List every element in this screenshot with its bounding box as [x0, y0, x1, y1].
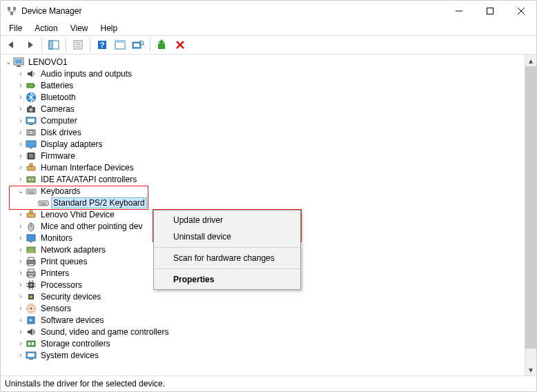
tree-category-row[interactable]: › Audio inputs and outputs — [3, 68, 525, 79]
close-button[interactable] — [505, 1, 536, 21]
expand-icon[interactable]: › — [16, 234, 26, 242]
svg-rect-1 — [13, 7, 16, 10]
toolbar: ? — [1, 35, 536, 55]
expand-icon[interactable]: › — [16, 304, 26, 312]
expand-icon[interactable]: › — [16, 140, 26, 148]
properties-button[interactable] — [70, 37, 86, 53]
tree-category-row[interactable]: › Human Interface Devices — [3, 161, 525, 173]
svg-rect-103 — [29, 359, 33, 360]
expand-icon[interactable]: › — [16, 340, 26, 347]
menu-help[interactable]: Help — [95, 22, 124, 35]
vertical-scrollbar[interactable]: ▴ ▾ — [525, 55, 536, 375]
svg-rect-71 — [30, 242, 32, 242]
tree-category-row[interactable]: › Sensors — [3, 302, 525, 314]
ctx-scan-hardware[interactable]: Scan for hardware changes — [154, 250, 300, 266]
expand-icon[interactable]: › — [16, 351, 26, 359]
tree-category-label: System devices — [39, 351, 100, 360]
tree-category-row[interactable]: ⌄ Keyboards — [3, 185, 525, 197]
tree-category-row[interactable]: › System devices — [3, 349, 525, 361]
menu-file[interactable]: File — [3, 22, 28, 35]
expand-icon[interactable]: › — [16, 281, 26, 288]
svg-point-53 — [32, 179, 33, 180]
ctx-uninstall-device[interactable]: Uninstall device — [154, 228, 300, 245]
firmware-icon — [26, 150, 37, 161]
svg-rect-59 — [28, 192, 34, 193]
svg-rect-50 — [30, 164, 32, 166]
show-hide-console-tree-button[interactable] — [46, 37, 62, 53]
tree-category-row[interactable]: › Bluetooth — [3, 91, 525, 103]
expand-icon[interactable]: › — [16, 164, 26, 171]
ctx-properties[interactable]: Properties — [154, 271, 300, 288]
minimize-button[interactable] — [443, 1, 474, 21]
context-menu: Update driver Uninstall device Scan for … — [153, 210, 301, 290]
menu-view[interactable]: View — [65, 22, 94, 35]
tree-category-row[interactable]: › IDE ATA/ATAPI controllers — [3, 173, 525, 185]
expand-icon[interactable]: › — [16, 246, 26, 253]
svg-rect-74 — [30, 251, 32, 253]
expand-icon[interactable]: › — [16, 269, 26, 277]
tree-category-label: Security devices — [39, 292, 102, 302]
expand-icon[interactable]: › — [16, 128, 26, 136]
expand-icon[interactable]: › — [16, 152, 26, 159]
back-button[interactable] — [3, 37, 20, 53]
svg-rect-56 — [30, 190, 31, 192]
tree-category-label: Computer — [39, 116, 79, 126]
tree-category-row[interactable]: › Cameras — [3, 103, 525, 115]
storage-icon — [26, 338, 37, 349]
scroll-thumb[interactable] — [525, 66, 536, 349]
svg-rect-81 — [28, 275, 34, 277]
tree-category-row[interactable]: › Software devices — [3, 314, 525, 326]
svg-rect-77 — [28, 257, 34, 260]
forward-button[interactable] — [21, 37, 38, 53]
network-icon — [26, 244, 37, 255]
collapse-icon[interactable]: ⌄ — [3, 58, 13, 66]
hid-icon — [26, 162, 37, 173]
tree-category-row[interactable]: › Security devices — [3, 291, 525, 302]
scroll-up-button[interactable]: ▴ — [525, 55, 536, 66]
window-title: Device Manager — [21, 6, 443, 16]
help-button[interactable]: ? — [94, 37, 110, 53]
tree-category-label: Human Interface Devices — [39, 163, 135, 173]
tree-category-label: Storage controllers — [39, 339, 112, 349]
tree-device-row[interactable]: Standard PS/2 Keyboard — [3, 197, 525, 208]
device-tree[interactable]: ⌄ LENOVO1 › Audio inputs and outputs › B… — [1, 55, 525, 375]
tree-root-row[interactable]: ⌄ LENOVO1 — [3, 56, 525, 68]
menu-action[interactable]: Action — [29, 22, 63, 35]
expand-icon[interactable]: › — [16, 175, 26, 183]
computer-icon — [26, 115, 37, 126]
scroll-down-button[interactable]: ▾ — [525, 364, 536, 375]
expand-icon[interactable]: › — [16, 257, 26, 265]
svg-rect-75 — [32, 251, 34, 253]
expand-icon[interactable]: › — [16, 210, 26, 218]
tree-category-row[interactable]: › Firmware — [3, 150, 525, 161]
tree-category-row[interactable]: › Sound, video and game controllers — [3, 326, 525, 337]
expand-icon[interactable]: › — [16, 316, 26, 324]
tree-category-row[interactable]: › Computer — [3, 115, 525, 126]
expand-icon[interactable]: › — [16, 117, 26, 124]
toolbar-separator — [150, 38, 150, 52]
tree-category-row[interactable]: › Batteries — [3, 79, 525, 91]
scan-hardware-button[interactable] — [130, 37, 146, 53]
svg-rect-100 — [32, 342, 34, 345]
expand-icon[interactable]: › — [16, 328, 26, 335]
mouse-icon — [26, 221, 37, 232]
tree-category-row[interactable]: › Storage controllers — [3, 337, 525, 349]
expand-icon[interactable]: › — [16, 93, 26, 101]
tree-category-row[interactable]: › Display adapters — [3, 138, 525, 150]
expand-icon[interactable]: › — [16, 81, 26, 89]
tree-category-label: Batteries — [39, 81, 75, 90]
maximize-button[interactable] — [474, 1, 505, 21]
expand-icon[interactable]: › — [16, 70, 26, 77]
ctx-update-driver[interactable]: Update driver — [154, 212, 300, 228]
action-button[interactable] — [112, 37, 128, 53]
speaker-icon — [26, 68, 37, 79]
expand-icon[interactable]: › — [16, 105, 26, 112]
expand-icon[interactable]: › — [16, 222, 26, 230]
collapse-icon[interactable]: ⌄ — [16, 187, 26, 195]
uninstall-button[interactable] — [172, 37, 188, 53]
tree-category-row[interactable]: › Disk drives — [3, 126, 525, 138]
svg-rect-102 — [28, 353, 35, 357]
update-driver-button[interactable] — [154, 37, 170, 53]
expand-icon[interactable]: › — [16, 293, 26, 300]
app-icon — [6, 6, 17, 17]
